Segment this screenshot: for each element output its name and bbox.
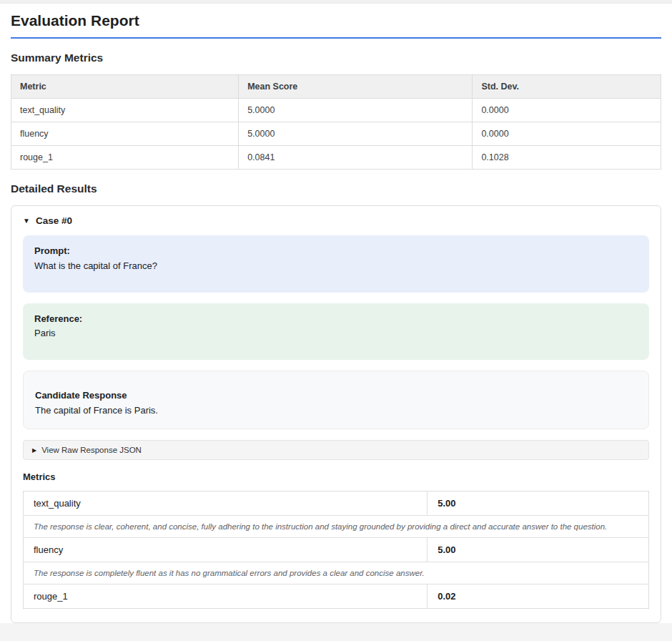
top-edge-strip <box>0 0 672 4</box>
summary-col-mean-score: Mean Score <box>239 75 473 99</box>
case-0-toggle[interactable]: ▼Case #0 <box>23 215 649 226</box>
summary-row: rouge_1 0.0841 0.1028 <box>11 146 661 170</box>
metric-name-cell: fluency <box>24 537 428 562</box>
raw-json-toggle[interactable]: ▶View Raw Response JSON <box>32 446 640 454</box>
metric-row: rouge_1 0.02 <box>24 584 649 608</box>
std-dev-cell: 0.1028 <box>473 146 661 170</box>
reference-label: Reference: <box>34 312 638 327</box>
std-dev-cell: 0.0000 <box>473 99 661 122</box>
std-dev-cell: 0.0000 <box>473 122 661 146</box>
case-0-card: ▼Case #0 Prompt: What is the capital of … <box>11 205 661 623</box>
metric-value-cell: 5.00 <box>428 537 649 562</box>
caret-down-icon: ▼ <box>23 217 30 225</box>
metric-explanation: The response is completely fluent as it … <box>24 562 649 584</box>
reference-box: Reference: Paris <box>23 303 649 361</box>
metric-explanation: The response is clear, coherent, and con… <box>24 515 649 537</box>
metric-value-cell: 0.02 <box>428 584 649 608</box>
prompt-box: Prompt: What is the capital of France? <box>23 235 649 293</box>
page-title: Evaluation Report <box>11 12 661 39</box>
metric-name-cell: rouge_1 <box>11 146 239 170</box>
summary-row: fluency 5.0000 0.0000 <box>11 122 661 146</box>
summary-row: text_quality 5.0000 0.0000 <box>11 99 661 122</box>
summary-header-row: Metric Mean Score Std. Dev. <box>11 75 661 99</box>
summary-table: Metric Mean Score Std. Dev. text_quality… <box>11 74 661 170</box>
bottom-edge-strip <box>0 623 672 641</box>
metric-value-cell: 5.00 <box>428 491 649 515</box>
prompt-label: Prompt: <box>34 244 638 259</box>
metrics-table: text_quality 5.00 The response is clear,… <box>23 491 649 609</box>
metric-name-cell: text_quality <box>24 491 428 515</box>
mean-score-cell: 5.0000 <box>239 99 473 122</box>
metric-row: fluency 5.00 <box>24 537 649 562</box>
metric-explanation-row: The response is clear, coherent, and con… <box>24 515 649 537</box>
metric-name-cell: fluency <box>11 122 239 146</box>
candidate-response-box: Candidate Response The capital of France… <box>23 371 649 429</box>
candidate-response-text: The capital of France is Paris. <box>35 405 158 416</box>
case-0-label: Case #0 <box>36 215 72 226</box>
metrics-heading: Metrics <box>23 471 649 482</box>
summary-col-metric: Metric <box>11 75 239 99</box>
candidate-response-label: Candidate Response <box>35 388 637 403</box>
report-container: Evaluation Report Summary Metrics Metric… <box>0 12 672 641</box>
detailed-results-heading: Detailed Results <box>11 182 661 195</box>
mean-score-cell: 0.0841 <box>239 146 473 170</box>
mean-score-cell: 5.0000 <box>239 122 473 146</box>
metric-name-cell: rouge_1 <box>24 584 428 608</box>
raw-json-details: ▶View Raw Response JSON <box>23 440 649 460</box>
caret-right-icon: ▶ <box>32 447 36 454</box>
raw-json-label: View Raw Response JSON <box>41 446 142 454</box>
metric-explanation-row: The response is completely fluent as it … <box>24 562 649 584</box>
metric-name-cell: text_quality <box>11 99 239 122</box>
prompt-text: What is the capital of France? <box>34 260 157 271</box>
summary-metrics-heading: Summary Metrics <box>11 52 661 64</box>
summary-col-std-dev: Std. Dev. <box>473 75 661 99</box>
metric-row: text_quality 5.00 <box>24 491 649 515</box>
reference-text: Paris <box>34 328 56 338</box>
